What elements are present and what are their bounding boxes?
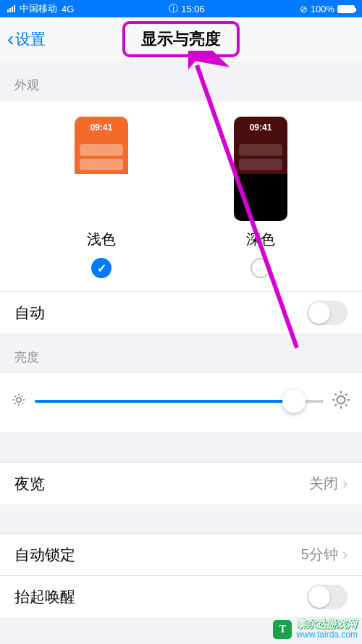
light-thumbnail: 09:41 [75,117,128,221]
thumb-time: 09:41 [75,122,128,133]
section-header-appearance: 外观 [0,61,362,101]
clock-label: 15:06 [181,4,205,14]
auto-lock-value: 5分钟 › [301,545,348,564]
svg-point-0 [17,398,22,403]
title-highlight-box: 显示与亮度 [122,21,240,57]
chevron-right-icon: › [342,545,348,564]
svg-line-8 [22,396,23,397]
status-center: ⓘ 15:06 [74,2,299,15]
page-title: 显示与亮度 [141,28,221,50]
row-auto-appearance[interactable]: 自动 [0,291,362,333]
svg-line-14 [335,394,337,396]
nav-header: ‹ 设置 显示与亮度 [0,17,362,61]
theme-option-dark[interactable]: 09:41 深色 [234,117,287,278]
appearance-options: 09:41 浅色 09:41 深色 [0,101,362,291]
battery-icon [337,5,355,13]
dark-thumbnail: 09:41 [234,117,287,221]
night-shift-label: 夜览 [14,474,45,494]
svg-point-9 [337,396,345,404]
svg-line-17 [345,394,347,396]
slider-thumb[interactable] [282,390,306,413]
watermark-url: www.tairda.com [296,630,358,640]
back-button[interactable]: ‹ 设置 [7,29,46,49]
network-label: 4G [62,4,74,14]
appearance-panel: 09:41 浅色 09:41 深色 自动 [0,101,362,333]
dark-label: 深色 [246,230,275,249]
light-label: 浅色 [87,230,116,249]
row-night-shift[interactable]: 夜览 关闭 › [0,462,362,504]
svg-line-15 [345,404,347,406]
chevron-right-icon: › [342,474,348,493]
section-header-brightness: 亮度 [0,333,362,373]
battery-pct-label: 100% [311,4,334,14]
status-right: ⊘ 100% [300,4,355,14]
svg-line-7 [14,403,16,404]
svg-line-5 [14,396,16,397]
carrier-label: 中国移动 [20,2,57,15]
sun-small-icon [12,393,26,410]
raise-wake-label: 抬起唤醒 [14,587,75,607]
brightness-slider-row [0,373,362,433]
status-bar: 中国移动 4G ⓘ 15:06 ⊘ 100% [0,0,362,17]
row-raise-to-wake[interactable]: 抬起唤醒 [0,575,362,617]
back-label: 设置 [15,29,46,49]
auto-lock-label: 自动锁定 [14,545,75,565]
light-radio[interactable] [91,258,111,278]
watermark-name: 泰尔达游戏网 [296,619,358,630]
sun-large-icon [332,390,350,412]
thumb-time: 09:41 [234,122,287,133]
dark-radio[interactable] [251,258,271,278]
watermark-logo: T [273,620,292,639]
night-shift-value: 关闭 › [309,474,348,493]
chevron-left-icon: ‹ [7,29,14,49]
signal-bars-icon [7,5,15,12]
brightness-slider[interactable] [35,400,323,403]
auto-label: 自动 [14,303,45,323]
row-auto-lock[interactable]: 自动锁定 5分钟 › [0,533,362,575]
svg-line-6 [22,403,23,404]
raise-wake-switch[interactable] [307,585,348,609]
auto-switch[interactable] [307,301,348,325]
status-left: 中国移动 4G [7,2,74,15]
svg-line-16 [335,404,337,406]
rotation-lock-icon: ⊘ [300,4,308,14]
hotspot-icon: ⓘ [169,2,178,15]
theme-option-light[interactable]: 09:41 浅色 [75,117,128,278]
watermark: T 泰尔达游戏网 www.tairda.com [273,619,358,640]
